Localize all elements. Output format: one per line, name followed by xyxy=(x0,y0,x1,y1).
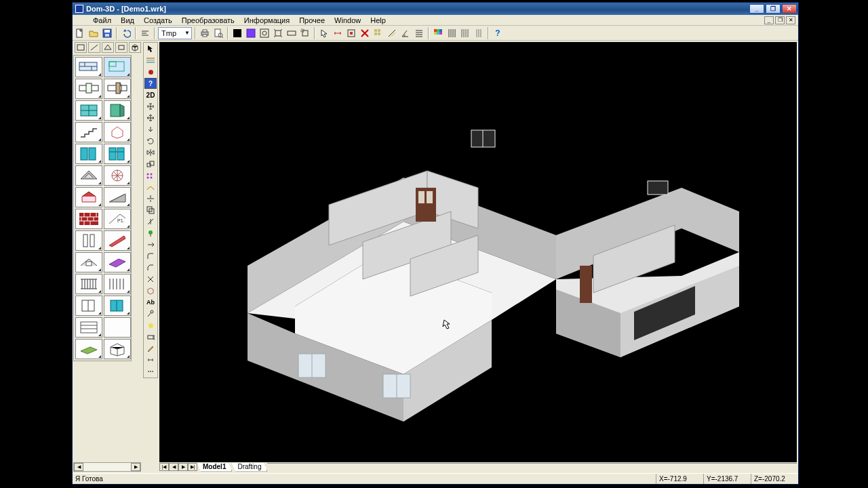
zoom-extents-icon[interactable] xyxy=(285,27,298,39)
tab-nav-last[interactable]: ▶| xyxy=(188,463,197,471)
mdi-minimize-button[interactable]: _ xyxy=(764,16,774,24)
mirror-icon[interactable] xyxy=(144,147,157,158)
explode-icon[interactable] xyxy=(144,274,157,285)
stair-tool-icon[interactable] xyxy=(75,122,102,142)
record-icon[interactable] xyxy=(144,66,157,77)
dimension-icon[interactable] xyxy=(332,27,344,39)
mdi-maximize-button[interactable]: ❐ xyxy=(775,16,785,24)
drawer-tool-icon[interactable] xyxy=(75,317,102,338)
align-icon[interactable] xyxy=(139,27,151,39)
menu-help[interactable]: Help xyxy=(366,16,390,25)
viewtab-box-icon[interactable] xyxy=(115,42,127,53)
3d-viewport[interactable] xyxy=(159,42,797,462)
snap-icon[interactable] xyxy=(345,27,357,39)
box-3d-icon[interactable] xyxy=(104,339,131,359)
cabinet-tool-icon[interactable] xyxy=(75,296,102,316)
window-maximize-button[interactable]: ❐ xyxy=(766,4,781,14)
tab-model[interactable]: Model1 xyxy=(197,463,232,472)
door-tool-icon[interactable] xyxy=(104,79,131,99)
roof-pitch-icon[interactable]: P1. xyxy=(104,209,131,229)
new-file-icon[interactable] xyxy=(74,27,86,39)
room-tool-icon[interactable] xyxy=(104,57,131,77)
more-icon[interactable] xyxy=(144,366,157,377)
window-minimize-button[interactable]: _ xyxy=(749,4,764,14)
menu-file[interactable]: Файл xyxy=(89,16,115,25)
viewtab-line-icon[interactable] xyxy=(88,42,100,53)
tab-nav-next[interactable]: ▶ xyxy=(178,463,188,471)
expand-icon[interactable] xyxy=(144,101,157,112)
viewtab-shape-icon[interactable] xyxy=(102,42,114,53)
pan-icon[interactable] xyxy=(272,27,284,39)
empty-tool-icon[interactable] xyxy=(104,317,131,338)
dormer-tool-icon[interactable] xyxy=(75,252,102,272)
fence-tool-icon[interactable] xyxy=(104,274,131,294)
print-preview-icon[interactable] xyxy=(212,27,224,39)
open-file-icon[interactable] xyxy=(87,27,100,39)
pen-icon[interactable] xyxy=(144,343,157,354)
mdi-close-button[interactable]: ✕ xyxy=(786,16,795,24)
chamfer-icon[interactable] xyxy=(144,262,157,273)
2d-mode-icon[interactable]: 2D xyxy=(144,89,157,100)
balcony-door-icon[interactable] xyxy=(104,144,131,164)
pillar-tool-icon[interactable] xyxy=(75,230,102,251)
split-icon[interactable] xyxy=(144,193,157,204)
trim-icon[interactable] xyxy=(144,216,157,227)
text-icon[interactable]: Ab xyxy=(144,297,157,308)
palette-scrollbar[interactable]: ◀ ▶ xyxy=(73,462,141,472)
select-mode-icon[interactable] xyxy=(245,27,257,39)
tab-nav-prev[interactable]: ◀ xyxy=(169,463,178,471)
cabinet-glass-icon[interactable] xyxy=(104,296,131,316)
opening-tool-icon[interactable] xyxy=(75,79,102,99)
info-icon[interactable]: ? xyxy=(144,78,157,89)
roof-tool-icon[interactable] xyxy=(75,165,102,186)
lines-icon[interactable] xyxy=(459,27,471,39)
dim-horiz-icon[interactable] xyxy=(144,354,157,365)
spiral-stair-icon[interactable] xyxy=(104,165,131,186)
curve-icon[interactable] xyxy=(144,182,157,192)
offset-icon[interactable] xyxy=(144,205,157,216)
layer-select[interactable]: Tmp ▼ xyxy=(158,27,192,39)
menu-create[interactable]: Создать xyxy=(140,16,176,25)
viewtab-3d-icon[interactable] xyxy=(129,42,141,53)
move-icon[interactable] xyxy=(144,113,157,123)
menu-window[interactable]: Window xyxy=(330,16,365,25)
fillet-icon[interactable] xyxy=(144,251,157,262)
window-close-button[interactable]: ✕ xyxy=(782,4,797,14)
leader-icon[interactable] xyxy=(144,308,157,319)
viewtab-ortho-icon[interactable] xyxy=(75,42,87,53)
delete-icon[interactable] xyxy=(359,27,371,39)
roof-slope-icon[interactable] xyxy=(104,187,131,207)
balcony-window-icon[interactable] xyxy=(75,144,102,164)
slope-red-icon[interactable] xyxy=(104,230,131,251)
light-icon[interactable] xyxy=(144,320,157,331)
save-file-icon[interactable] xyxy=(101,27,113,39)
extend-icon[interactable] xyxy=(144,239,157,250)
down-arrow-icon[interactable] xyxy=(144,124,157,135)
cursor-arrow-icon[interactable] xyxy=(318,27,330,39)
help-icon[interactable]: ? xyxy=(492,27,504,39)
print-icon[interactable] xyxy=(199,27,211,39)
purple-dots-icon[interactable] xyxy=(144,170,157,181)
menu-view[interactable]: Вид xyxy=(117,16,138,25)
layers-icon[interactable] xyxy=(413,27,425,39)
color-swatch-icon[interactable] xyxy=(231,27,243,39)
tab-nav-first[interactable]: |◀ xyxy=(159,463,169,471)
camera-icon[interactable] xyxy=(144,331,157,342)
floor-slab-icon[interactable] xyxy=(75,339,102,359)
scroll-track[interactable] xyxy=(83,463,131,471)
menu-info[interactable]: Информация xyxy=(240,16,294,25)
rotate-icon[interactable] xyxy=(144,136,157,146)
undo-icon[interactable] xyxy=(120,27,132,39)
door-3d-tool-icon[interactable] xyxy=(104,100,131,121)
tile-material-icon[interactable] xyxy=(75,209,102,229)
house-tool-icon[interactable] xyxy=(75,187,102,207)
measure-icon[interactable] xyxy=(386,27,398,39)
line-types-icon[interactable] xyxy=(144,55,157,66)
tab-drafting[interactable]: Drafting xyxy=(231,463,267,472)
hatch2-icon[interactable] xyxy=(473,27,485,39)
box-outline-icon[interactable] xyxy=(144,285,157,296)
column-tool-icon[interactable] xyxy=(104,122,131,142)
grid-icon[interactable] xyxy=(299,27,311,39)
array-icon[interactable] xyxy=(372,27,384,39)
slab-purple-icon[interactable] xyxy=(104,252,131,272)
